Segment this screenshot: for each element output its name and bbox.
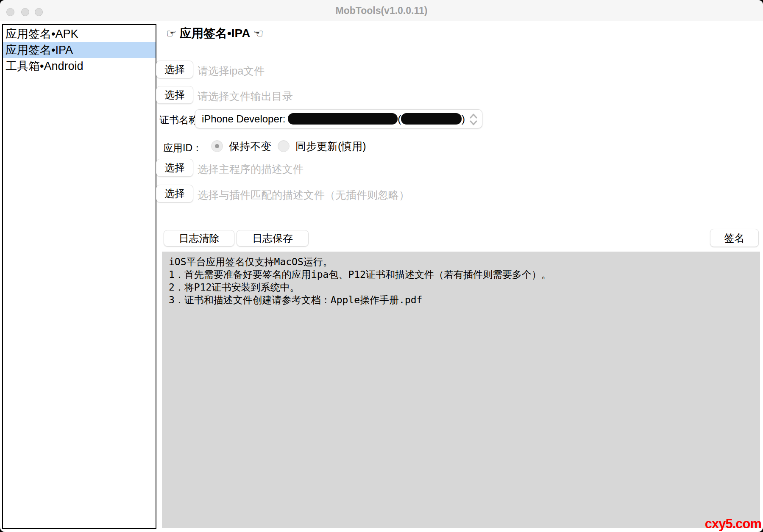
cert-select[interactable]: iPhone Developer: ( ) <box>195 109 482 128</box>
radio-sync-update-label[interactable]: 同步更新(慎用) <box>295 140 366 152</box>
log-line: 3．证书和描述文件创建请参考文档：Apple操作手册.pdf <box>169 294 756 306</box>
title-bar: MobTools(v1.0.0.11) <box>0 0 763 21</box>
page-title-text: 应用签名•IPA <box>180 27 250 40</box>
pointing-right-hand-icon: ☞ <box>166 27 176 40</box>
window-title: MobTools(v1.0.0.11) <box>0 0 763 21</box>
log-line: iOS平台应用签名仅支持MacOS运行。 <box>169 255 756 268</box>
main-profile-placeholder: 选择主程序的描述文件 <box>198 162 304 176</box>
log-line: 1．首先需要准备好要签名的应用ipa包、P12证书和描述文件（若有插件则需要多个… <box>169 268 756 281</box>
watermark: cxy5.com <box>705 516 761 532</box>
output-dir-placeholder: 请选择文件输出目录 <box>198 89 293 103</box>
log-save-button[interactable]: 日志保存 <box>237 230 309 247</box>
ipa-file-placeholder: 请选择ipa文件 <box>198 64 265 78</box>
cert-value-prefix: iPhone Developer: <box>202 113 285 125</box>
chevron-up-down-icon[interactable] <box>469 113 478 126</box>
select-ipa-button[interactable]: 选择 <box>156 61 193 78</box>
sidebar-item-ipa-sign[interactable]: 应用签名•IPA <box>3 42 156 58</box>
log-line: 2．将P12证书安装到系统中。 <box>169 281 756 294</box>
redaction-bar <box>288 113 398 125</box>
app-id-label: 应用ID： <box>163 141 202 155</box>
sign-button[interactable]: 签名 <box>710 229 759 247</box>
select-output-dir-button[interactable]: 选择 <box>156 86 193 104</box>
select-plugin-profile-button[interactable]: 选择 <box>156 185 193 202</box>
radio-keep-unchanged[interactable] <box>211 140 223 152</box>
page-title: ☞ 应用签名•IPA ☜ <box>166 25 263 42</box>
sidebar: 应用签名•APK 应用签名•IPA 工具箱•Android <box>2 24 156 529</box>
log-clear-button[interactable]: 日志清除 <box>164 230 234 247</box>
pointing-left-hand-icon: ☜ <box>253 27 263 40</box>
cert-paren-open: ( <box>398 113 401 125</box>
select-main-profile-button[interactable]: 选择 <box>156 159 193 177</box>
log-output-area: iOS平台应用签名仅支持MacOS运行。 1．首先需要准备好要签名的应用ipa包… <box>162 252 760 528</box>
radio-sync-update[interactable] <box>278 140 290 152</box>
sidebar-item-android-toolbox[interactable]: 工具箱•Android <box>3 58 156 74</box>
cert-paren-close: ) <box>462 113 465 125</box>
sidebar-item-apk-sign[interactable]: 应用签名•APK <box>3 26 156 42</box>
plugin-profile-placeholder: 选择与插件匹配的描述文件（无插件则忽略） <box>198 188 409 202</box>
redaction-bar <box>401 113 462 125</box>
cert-name-label: 证书名称 <box>159 114 198 127</box>
radio-keep-unchanged-label[interactable]: 保持不变 <box>229 140 271 152</box>
app-window: MobTools(v1.0.0.11) 应用签名•APK 应用签名•IPA 工具… <box>0 0 763 532</box>
